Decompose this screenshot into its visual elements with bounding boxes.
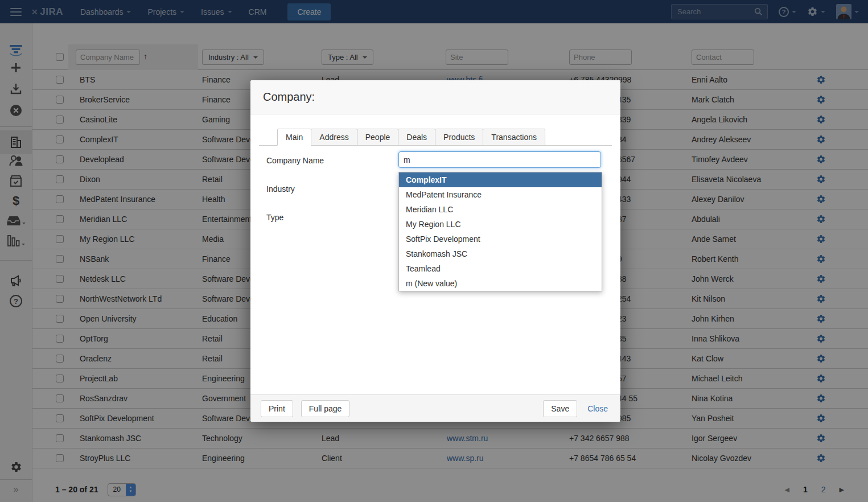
type-label: Type xyxy=(266,213,283,222)
dialog-footer: Print Full page Save Close xyxy=(250,394,620,422)
full-page-button[interactable]: Full page xyxy=(301,400,350,417)
tab-main[interactable]: Main xyxy=(277,129,311,146)
company-name-input[interactable] xyxy=(398,151,601,168)
tab-deals[interactable]: Deals xyxy=(398,129,435,146)
dropdown-option[interactable]: Stankomash JSC xyxy=(399,246,602,261)
dropdown-option[interactable]: Teamlead xyxy=(399,261,602,276)
tab-transactions[interactable]: Transactions xyxy=(483,129,545,146)
dropdown-option[interactable]: ComplexIT xyxy=(399,172,602,187)
dropdown-option[interactable]: Meridian LLC xyxy=(399,202,602,217)
close-link[interactable]: Close xyxy=(587,404,608,413)
dropdown-option[interactable]: MedPatent Insurance xyxy=(399,187,602,202)
tab-people[interactable]: People xyxy=(357,129,399,146)
dialog-tabs: MainAddressPeopleDealsProductsTransactio… xyxy=(259,128,612,146)
tab-products[interactable]: Products xyxy=(435,129,483,146)
print-button[interactable]: Print xyxy=(261,400,293,417)
save-button[interactable]: Save xyxy=(543,400,577,417)
company-dialog: Company: MainAddressPeopleDealsProductsT… xyxy=(250,80,620,422)
company-name-label: Company Name xyxy=(266,156,324,165)
dropdown-option[interactable]: My Region LLC xyxy=(399,217,602,232)
autocomplete-dropdown: ComplexITMedPatent InsuranceMeridian LLC… xyxy=(398,172,602,291)
dropdown-option[interactable]: SoftPix Development xyxy=(399,232,602,246)
industry-label: Industry xyxy=(266,184,295,194)
tab-address[interactable]: Address xyxy=(311,129,357,146)
dialog-title: Company: xyxy=(250,80,620,114)
dropdown-option[interactable]: m (New value) xyxy=(399,276,602,291)
